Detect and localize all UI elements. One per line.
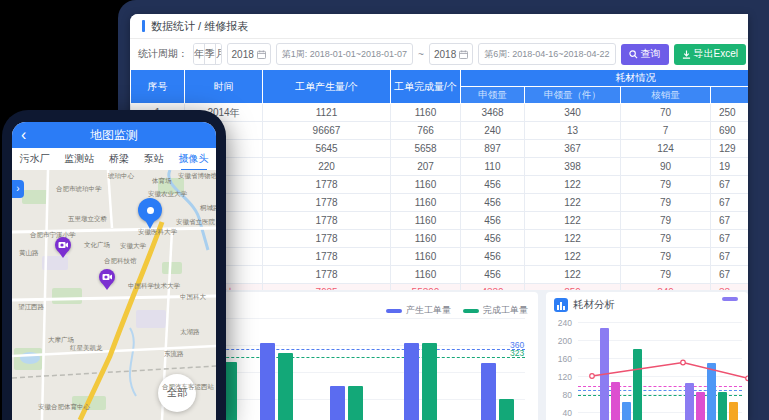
table-cell: 5658 [391,140,461,158]
table-cell: 766 [391,122,461,140]
table-cell: 7635 [263,284,391,291]
subcol-header-2: 申领量（件） [525,87,621,104]
table-cell: 1778 [263,194,391,212]
query-button[interactable]: 查询 [621,44,669,65]
map-label: 安徽省立医院 [176,218,215,227]
table-cell: 456 [461,176,525,194]
pin-head [138,198,162,222]
table-cell: 1778 [263,212,391,230]
table-cell: 7 [621,122,711,140]
table-cell: 456 [461,248,525,266]
map-label: 琥珀中心 [108,172,134,181]
map-view[interactable]: › 全部 琥珀中心体育场合肥市琥珀中学安徽农业大学安徽省博物馆桐城路五里墩立交桥… [12,170,216,420]
table-cell: 122 [525,266,621,284]
legend-swatch [386,309,402,313]
table-cell: 129 [711,140,749,158]
table-cell: 1160 [391,104,461,122]
phone-tab[interactable]: 摄像头 [179,149,209,169]
subcol-header-4: 金额 [711,87,749,104]
table-cell: 1160 [391,176,461,194]
col-header-index: 序号 [131,70,185,104]
table-cell: 79 [621,212,711,230]
phone-tab[interactable]: 污水厂 [19,149,49,169]
table-cell: 456 [461,212,525,230]
download-icon [682,50,691,59]
map-label: 文化广场 [84,241,110,250]
col-header-created: 工单产生量/个 [263,70,391,104]
phone-header: ‹ 地图监测 [12,122,216,148]
map-label: 安徽合肥体育中心 [38,403,90,412]
legend-item[interactable]: 产生工单量 [386,299,451,317]
end-week-range[interactable]: 第6周: 2018-04-16~2018-04-22 [478,43,615,65]
search-icon [629,50,638,59]
phone-frame: ‹ 地图监测 污水厂监测站桥梁泵站摄像头 [2,110,226,420]
table-cell: 367 [525,140,621,158]
start-week-range[interactable]: 第1周: 2018-01-01~2018-01-07 [276,43,413,65]
map-label: 安徽医科大学 [138,228,177,237]
workorder-bar [330,386,345,420]
map-label: 体育场 [152,177,172,186]
table-cell: 124 [621,140,711,158]
table-cell: 897 [461,140,525,158]
map-label: 合肥汽车客运西站 [162,383,214,392]
phone-tab[interactable]: 泵站 [144,149,164,169]
table-cell: 1121 [263,104,391,122]
table-cell: 1160 [391,266,461,284]
breadcrumb-accent-bar [142,20,145,32]
legend-label: 产生工单量 [406,305,451,315]
table-cell: 79 [621,194,711,212]
period-option[interactable]: 月 [216,44,222,64]
table-cell: 79 [621,230,711,248]
map-label: 合肥科技馆 [104,257,137,266]
map-label: 安徽省博物馆 [178,172,216,181]
map-label: 太湖路 [180,328,200,337]
workorder-chart-legend: 产生工单量完成工单量 [386,299,528,317]
table-cell: 207 [391,158,461,176]
table-cell: 456 [461,230,525,248]
period-label: 统计周期： [138,47,188,61]
table-cell: 859 [525,284,621,291]
end-year-select[interactable]: 2018 [429,43,473,65]
table-cell: 690 [711,122,749,140]
start-year-select[interactable]: 2018 [227,43,271,65]
reference-label: 323 [510,348,524,358]
table-cell: 19 [711,158,749,176]
end-year-value: 2018 [434,49,456,60]
table-cell: 4330 [461,284,525,291]
workorder-bar [481,363,496,420]
line-point [590,374,595,379]
col-header-time: 时间 [185,70,263,104]
export-excel-button[interactable]: 导出Excel [674,44,746,65]
pin-tail [102,283,112,290]
period-option[interactable]: 季 [205,44,216,64]
table-cell: 3468 [461,104,525,122]
table-cell: 240 [461,122,525,140]
table-row: 12014年11211160346834070250 [131,104,749,122]
workorder-bar [278,353,293,420]
back-icon[interactable]: ‹ [21,123,26,147]
table-cell: 79 [621,248,711,266]
map-label: 黄山路 [19,249,39,258]
phone-tab[interactable]: 桥梁 [109,149,129,169]
table-cell: 33 [711,284,749,291]
phone-tab[interactable]: 监测站 [64,149,94,169]
stage: 数据统计 / 维修报表 统计周期： 年季月周日 2018 第1周: 2018-0… [0,0,769,420]
period-option[interactable]: 年 [194,44,205,64]
pin-tail [145,220,155,229]
legend-item[interactable]: 完成工单量 [463,299,528,317]
expand-panel-icon[interactable]: › [12,180,24,198]
show-all-button[interactable]: 全部 [158,374,196,412]
table-cell: 55390 [391,284,461,291]
table-cell: 1778 [263,176,391,194]
map-label: 中国科大 [180,293,206,302]
col-group-consumables: 耗材情况 [461,70,749,87]
table-cell: 67 [711,194,749,212]
table-cell: 122 [525,176,621,194]
consumable-chart-card: 耗材分析 2402001601208040 [546,292,748,420]
table-cell: 96667 [263,122,391,140]
table-cell: 456 [461,194,525,212]
map-label: 五里墩立交桥 [68,215,107,224]
period-segmented-control[interactable]: 年季月周日 [193,43,222,65]
phone-page-title: 地图监测 [90,127,138,144]
map-label: 望江西路 [18,303,44,312]
